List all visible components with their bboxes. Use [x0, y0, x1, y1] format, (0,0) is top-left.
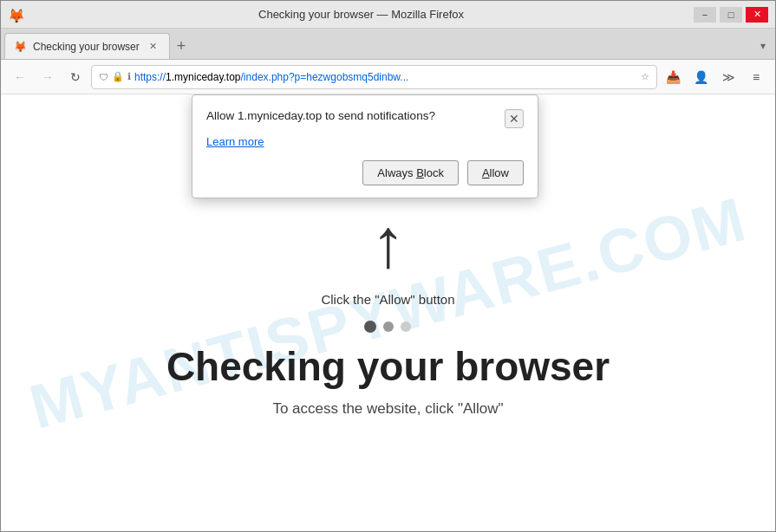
sub-text: To access the website, click "Allow" — [272, 400, 503, 418]
window-controls: − □ ✕ — [694, 7, 768, 23]
address-bar[interactable]: 🛡 🔒 ℹ https://1.myniceday.top/index.php?… — [91, 65, 657, 89]
tab-label: Checking your browser — [33, 41, 140, 53]
click-instruction: Click the "Allow" button — [321, 292, 454, 307]
page-inner: ↑ Click the "Allow" button Checking your… — [166, 209, 610, 418]
forward-button[interactable]: → — [36, 65, 60, 89]
browser-window: 🦊 Checking your browser — Mozilla Firefo… — [0, 0, 776, 532]
new-tab-button[interactable]: + — [170, 33, 193, 59]
popup-title: Allow 1.myniceday.top to send notificati… — [206, 109, 505, 122]
browser-content: Allow 1.myniceday.top to send notificati… — [1, 94, 775, 531]
allow-underline: A — [482, 166, 490, 179]
profile-button[interactable]: 👤 — [688, 65, 713, 89]
block-underline: B — [416, 166, 424, 179]
nav-right-icons: 📥 👤 ≫ ≡ — [661, 65, 768, 89]
popup-close-button[interactable]: ✕ — [505, 109, 524, 128]
lock-icon: 🔒 — [112, 71, 124, 82]
tabbar-end: ▾ — [754, 33, 772, 59]
address-text: https://1.myniceday.top/index.php?p=hezw… — [134, 71, 637, 83]
back-button[interactable]: ← — [8, 65, 32, 89]
window-title: Checking your browser — Mozilla Firefox — [29, 8, 694, 21]
tab-favicon: 🦊 — [14, 41, 26, 53]
tab-close-button[interactable]: ✕ — [147, 40, 160, 54]
always-block-button[interactable]: Always Block — [362, 160, 459, 185]
shield-icon: 🛡 — [99, 72, 108, 82]
dot-mid — [383, 321, 394, 332]
reload-button[interactable]: ↻ — [63, 65, 88, 89]
popup-header: Allow 1.myniceday.top to send notificati… — [206, 109, 524, 128]
info-icon: ℹ — [127, 71, 131, 82]
minimize-button[interactable]: − — [694, 7, 716, 23]
bookmark-icon: ☆ — [641, 71, 649, 82]
navbar: ← → ↻ 🛡 🔒 ℹ https://1.myniceday.top/inde… — [1, 60, 775, 94]
arrow-up-icon: ↑ — [370, 209, 405, 278]
close-button[interactable]: ✕ — [746, 7, 768, 23]
maximize-button[interactable]: □ — [720, 7, 742, 23]
tabbar: 🦊 Checking your browser ✕ + ▾ — [1, 29, 775, 60]
dots-row — [364, 321, 411, 333]
titlebar: 🦊 Checking your browser — Mozilla Firefo… — [1, 1, 775, 29]
popup-buttons: Always Block Allow — [206, 160, 524, 185]
menu-button[interactable]: ≡ — [744, 65, 768, 89]
main-heading: Checking your browser — [166, 343, 610, 390]
allow-label: Allow — [482, 166, 509, 179]
allow-button[interactable]: Allow — [467, 160, 524, 185]
active-tab[interactable]: 🦊 Checking your browser ✕ — [4, 33, 170, 59]
pocket-button[interactable]: 📥 — [661, 65, 685, 89]
firefox-logo: 🦊 — [8, 8, 22, 22]
dot-light — [401, 321, 411, 332]
extensions-button[interactable]: ≫ — [716, 65, 740, 89]
learn-more-link[interactable]: Learn more — [206, 135, 524, 148]
address-domain: 1.myniceday.top — [166, 71, 241, 83]
notification-popup: Allow 1.myniceday.top to send notificati… — [192, 94, 538, 198]
always-block-label: Always Block — [377, 166, 444, 179]
dot-dark — [364, 321, 376, 333]
